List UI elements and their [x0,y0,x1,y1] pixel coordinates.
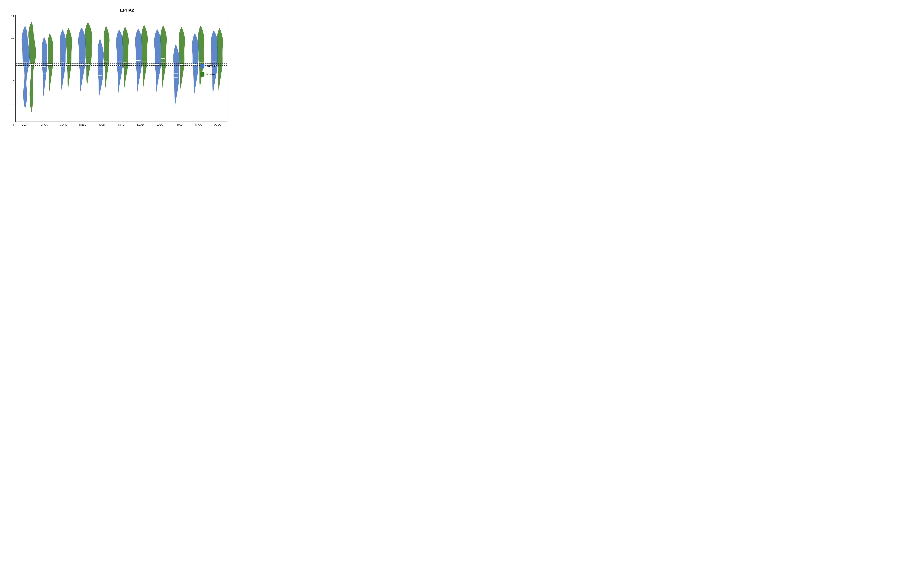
hnsc-normal [85,22,92,87]
x-label-thca: THCA [191,123,206,126]
luad-normal [141,25,148,87]
legend: Tumor Normal [200,64,225,77]
coad-normal [66,28,72,89]
legend-tumor-box [200,64,204,68]
x-label-coad: COAD [56,123,71,126]
kich-tumor [98,39,104,97]
prad-tumor [173,44,179,105]
dashed-line-upper [16,63,227,64]
hnsc-tumor [78,28,86,91]
legend-tumor-label: Tumor [206,64,215,68]
x-label-hnsc: HNSC [75,123,90,126]
prad-normal [179,27,185,89]
x-label-luad: LUAD [133,123,148,126]
x-label-kirc: KIRC [113,123,129,126]
chart-container: EPHA2 mRNA Expression (RNASeq V2, log2) … [0,0,231,144]
coad-tumor [60,30,66,90]
lusc-normal [160,26,167,88]
y-tick-4: 4 [7,123,14,126]
y-tick-14: 14 [7,15,14,18]
chart-title: EPHA2 [15,8,227,13]
blca-normal [29,22,36,112]
plot-region [15,15,227,122]
y-tick-12: 12 [7,36,14,39]
x-label-prad: PRAD [171,123,187,126]
brca-tumor [42,37,47,96]
legend-tumor: Tumor [200,64,225,68]
ucec-normal [217,28,223,90]
y-axis-ticks: 14 12 10 8 6 4 [7,15,14,126]
x-label-blca: BLCA [17,123,33,126]
x-label-lusc: LUSC [152,123,168,126]
chart-area: mRNA Expression (RNASeq V2, log2) 14 12 … [15,15,227,126]
thca-normal [198,26,204,88]
kirc-normal [122,27,129,89]
y-tick-8: 8 [7,80,14,83]
thca-tumor [192,33,199,95]
brca-normal [48,33,53,91]
y-tick-6: 6 [7,102,14,105]
legend-normal: Normal [200,73,225,77]
x-label-kich: KICH [94,123,110,126]
y-tick-10: 10 [7,58,14,61]
legend-normal-label: Normal [206,73,216,76]
x-label-brca: BRCA [37,123,52,126]
x-label-ucec: UCEC [210,123,225,126]
legend-normal-box [200,73,204,77]
x-axis-labels: BLCA BRCA COAD HNSC KICH KIRC LUAD LUSC … [15,122,227,126]
dashed-line-lower [16,65,227,66]
blca-tumor [21,26,29,109]
violin-plot-svg [16,15,227,122]
kich-normal [104,26,109,87]
